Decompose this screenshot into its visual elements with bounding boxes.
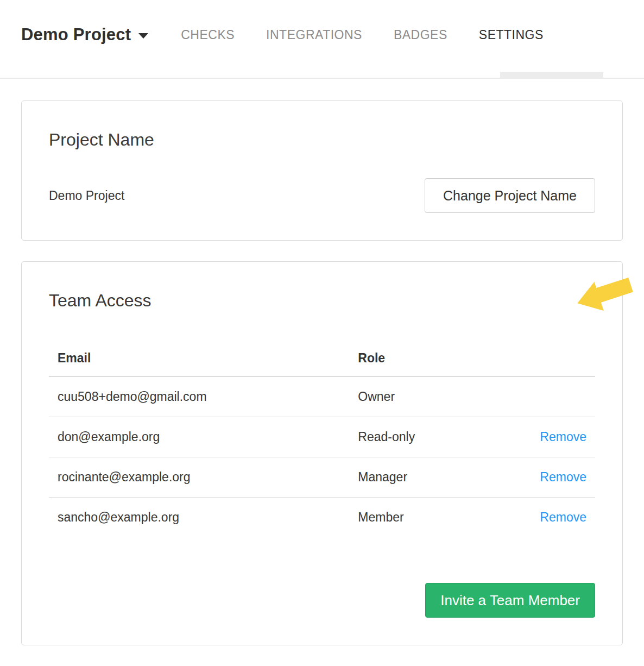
tab-badges[interactable]: BADGES (394, 28, 447, 42)
member-role: Read-only (349, 417, 513, 457)
team-access-card: Team Access Email Role cuu508+demo@gmail… (21, 261, 623, 645)
member-email: sancho@example.org (49, 498, 349, 538)
invite-team-member-button[interactable]: Invite a Team Member (425, 583, 595, 618)
table-row: cuu508+demo@gmail.com Owner (49, 376, 595, 417)
project-name-card: Project Name Demo Project Change Project… (21, 100, 623, 241)
table-row: rocinante@example.org Manager Remove (49, 457, 595, 498)
table-row: don@example.org Read-only Remove (49, 417, 595, 457)
project-name-card-title: Project Name (49, 128, 595, 151)
active-tab-indicator (500, 72, 603, 79)
member-role: Member (349, 498, 513, 538)
member-role: Manager (349, 457, 513, 498)
table-header-row: Email Role (49, 342, 595, 376)
current-project-name: Demo Project (49, 189, 124, 203)
project-title: Demo Project (21, 25, 131, 45)
remove-member-link[interactable]: Remove (540, 430, 586, 444)
member-action-cell: Remove (513, 498, 595, 538)
member-action-cell: Remove (513, 417, 595, 457)
member-email: don@example.org (49, 417, 349, 457)
tab-integrations[interactable]: INTEGRATIONS (266, 28, 362, 42)
top-nav: Demo Project CHECKS INTEGRATIONS BADGES … (0, 0, 644, 79)
member-role: Owner (349, 376, 513, 417)
team-members-table: Email Role cuu508+demo@gmail.com Owner d… (49, 342, 595, 537)
tab-checks[interactable]: CHECKS (181, 28, 235, 42)
remove-member-link[interactable]: Remove (540, 470, 586, 484)
column-header-email: Email (49, 342, 349, 376)
member-email: rocinante@example.org (49, 457, 349, 498)
settings-page: Project Name Demo Project Change Project… (0, 100, 644, 645)
remove-member-link[interactable]: Remove (540, 510, 586, 524)
member-action-cell (513, 376, 595, 417)
chevron-down-icon (138, 33, 148, 39)
project-menu-button[interactable]: Demo Project (21, 25, 148, 45)
tab-settings[interactable]: SETTINGS (479, 28, 544, 42)
table-row: sancho@example.org Member Remove (49, 498, 595, 538)
team-access-card-title: Team Access (49, 289, 595, 312)
member-email: cuu508+demo@gmail.com (49, 376, 349, 417)
main-nav: CHECKS INTEGRATIONS BADGES SETTINGS (181, 28, 544, 42)
member-action-cell: Remove (513, 457, 595, 498)
column-header-role: Role (349, 342, 513, 376)
column-header-action (513, 342, 595, 376)
change-project-name-button[interactable]: Change Project Name (425, 178, 595, 213)
